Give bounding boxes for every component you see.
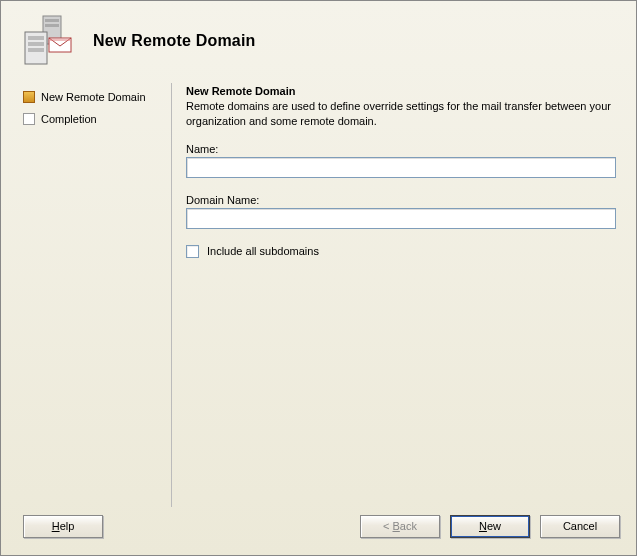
page-description: Remote domains are used to define overri… <box>186 99 616 129</box>
page-title: New Remote Domain <box>186 85 616 97</box>
step-new-remote-domain: New Remote Domain <box>23 87 171 107</box>
name-field-block: Name: <box>186 143 616 178</box>
wizard-footer: Help < Back New Cancel <box>1 507 636 555</box>
server-mail-icon <box>19 14 73 68</box>
svg-rect-8 <box>50 39 70 41</box>
step-label: New Remote Domain <box>41 91 146 103</box>
step-active-icon <box>23 91 35 103</box>
wizard-title: New Remote Domain <box>93 32 256 50</box>
include-subdomains-label: Include all subdomains <box>207 245 319 257</box>
name-input[interactable] <box>186 157 616 178</box>
svg-rect-1 <box>45 19 59 22</box>
wizard-dialog: New Remote Domain New Remote Domain Comp… <box>0 0 637 556</box>
back-button[interactable]: < Back <box>360 515 440 538</box>
domain-field-block: Domain Name: <box>186 194 616 229</box>
step-label: Completion <box>41 113 97 125</box>
name-label: Name: <box>186 143 616 155</box>
svg-rect-4 <box>28 36 44 40</box>
svg-rect-5 <box>28 42 44 46</box>
svg-rect-2 <box>45 24 59 27</box>
wizard-content: New Remote Domain Completion New Remote … <box>1 83 636 507</box>
wizard-main-panel: New Remote Domain Remote domains are use… <box>171 83 620 507</box>
svg-rect-6 <box>28 48 44 52</box>
include-subdomains-row[interactable]: Include all subdomains <box>186 245 616 258</box>
step-completion: Completion <box>23 109 171 129</box>
step-pending-icon <box>23 113 35 125</box>
cancel-button[interactable]: Cancel <box>540 515 620 538</box>
help-button[interactable]: Help <box>23 515 103 538</box>
include-subdomains-checkbox[interactable] <box>186 245 199 258</box>
domain-name-label: Domain Name: <box>186 194 616 206</box>
domain-name-input[interactable] <box>186 208 616 229</box>
wizard-steps-sidebar: New Remote Domain Completion <box>23 83 171 507</box>
new-button[interactable]: New <box>450 515 530 538</box>
wizard-header: New Remote Domain <box>1 1 636 77</box>
